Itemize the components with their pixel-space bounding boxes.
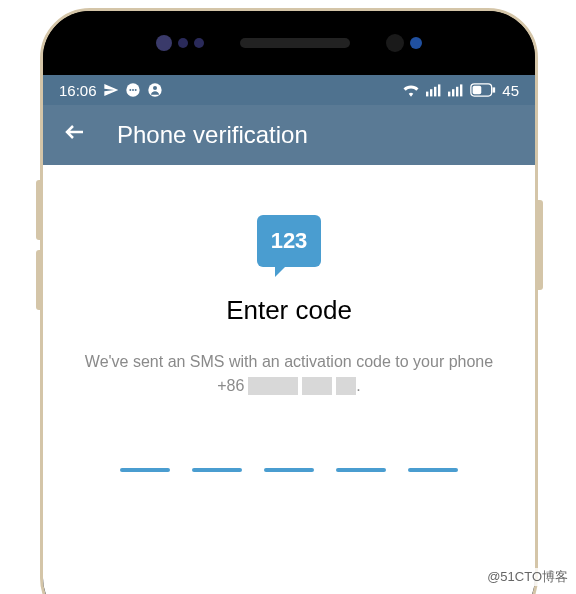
clock-time: 16:06 bbox=[59, 82, 97, 99]
svg-point-1 bbox=[129, 89, 131, 91]
svg-rect-15 bbox=[493, 87, 496, 92]
sms-code-icon: 123 bbox=[257, 215, 321, 267]
svg-rect-10 bbox=[448, 92, 450, 97]
message-icon bbox=[125, 82, 141, 98]
app-bar: Phone verification bbox=[43, 105, 535, 165]
telegram-icon bbox=[103, 82, 119, 98]
svg-point-3 bbox=[134, 89, 136, 91]
svg-rect-13 bbox=[460, 84, 462, 96]
sensor-dot bbox=[194, 38, 204, 48]
enter-code-heading: Enter code bbox=[226, 295, 352, 326]
code-input-group bbox=[120, 468, 458, 472]
svg-rect-6 bbox=[426, 92, 428, 97]
desc-prefix: We've sent an SMS with an activation cod… bbox=[85, 353, 493, 370]
speaker-grille bbox=[240, 38, 350, 48]
sensor-dot bbox=[156, 35, 172, 51]
svg-rect-8 bbox=[434, 87, 436, 97]
sensor-dot bbox=[178, 38, 188, 48]
code-digit-3[interactable] bbox=[264, 468, 314, 472]
front-camera bbox=[386, 34, 404, 52]
code-digit-2[interactable] bbox=[192, 468, 242, 472]
page-title: Phone verification bbox=[117, 121, 308, 149]
account-icon bbox=[147, 82, 163, 98]
desc-suffix: . bbox=[356, 377, 360, 394]
svg-rect-12 bbox=[456, 87, 458, 97]
svg-rect-9 bbox=[438, 84, 440, 96]
svg-rect-7 bbox=[430, 89, 432, 96]
redaction-block bbox=[302, 377, 332, 395]
status-bar: 16:06 45 bbox=[43, 75, 535, 105]
phone-power-button bbox=[538, 200, 543, 290]
back-arrow-icon[interactable] bbox=[63, 120, 87, 150]
svg-rect-11 bbox=[452, 89, 454, 96]
battery-level: 45 bbox=[502, 82, 519, 99]
status-left: 16:06 bbox=[59, 82, 163, 99]
svg-rect-16 bbox=[473, 86, 482, 95]
signal-4g-icon bbox=[426, 83, 442, 97]
code-digit-5[interactable] bbox=[408, 468, 458, 472]
status-right: 45 bbox=[402, 82, 519, 99]
phone-frame: 16:06 45 bbox=[40, 8, 538, 594]
signal-icon bbox=[448, 83, 464, 97]
watermark: @51CTO博客 bbox=[487, 568, 568, 586]
phone-prefix: +86 bbox=[217, 374, 244, 398]
code-digit-4[interactable] bbox=[336, 468, 386, 472]
wifi-icon bbox=[402, 83, 420, 97]
content-area: 123 Enter code We've sent an SMS with an… bbox=[43, 165, 535, 594]
redaction-block bbox=[336, 377, 356, 395]
redaction-block bbox=[248, 377, 298, 395]
svg-point-5 bbox=[153, 86, 157, 90]
icon-label: 123 bbox=[271, 228, 308, 254]
phone-notch bbox=[43, 11, 535, 75]
description-text: We've sent an SMS with an activation cod… bbox=[43, 350, 535, 398]
svg-point-2 bbox=[132, 89, 134, 91]
battery-icon bbox=[470, 83, 496, 97]
masked-phone: +86 bbox=[217, 374, 356, 398]
code-digit-1[interactable] bbox=[120, 468, 170, 472]
sensor-dot bbox=[410, 37, 422, 49]
